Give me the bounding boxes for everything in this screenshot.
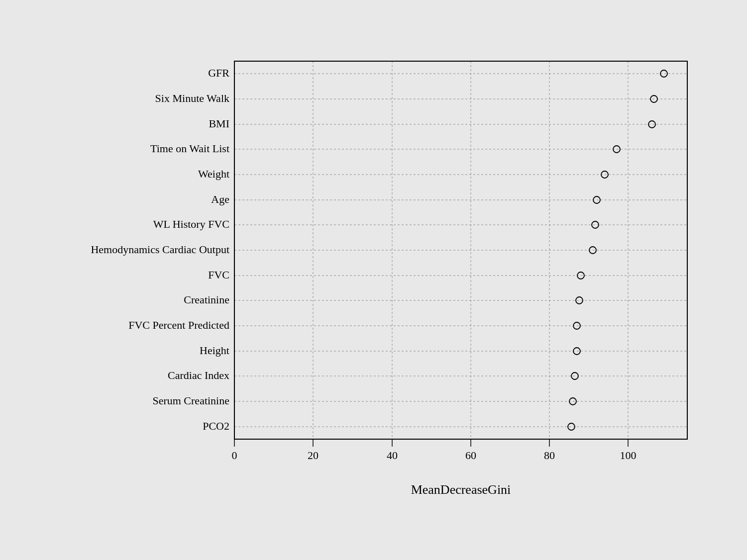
ylabel-six-minute-walk: Six Minute Walk	[155, 92, 229, 104]
ylabel-weight: Weight	[198, 168, 229, 180]
xtick-80: 80	[544, 449, 555, 462]
ylabel-hemodynamics-cardiac-output: Hemodynamics Cardiac Output	[91, 243, 229, 256]
ylabel-serum-creatinine: Serum Creatinine	[152, 394, 229, 407]
ylabel-pco2: PCO2	[203, 420, 229, 432]
ylabel-height: Height	[200, 344, 229, 357]
ylabel-creatinine: Creatinine	[184, 293, 229, 306]
x-axis-label: MeanDecreaseGini	[411, 482, 511, 497]
xtick-0: 0	[231, 449, 237, 462]
ylabel-fvc-percent-predicted: FVC Percent Predicted	[128, 319, 229, 331]
ylabel-gfr: GFR	[208, 67, 229, 79]
xtick-40: 40	[387, 449, 398, 462]
xtick-60: 60	[465, 449, 476, 462]
xtick-20: 20	[308, 449, 319, 462]
ylabel-wl-history-fvc: WL History FVC	[153, 218, 229, 230]
ylabel-bmi: BMI	[209, 117, 229, 130]
main-chart-svg: GFR Six Minute Walk BMI Time on Wait Lis…	[25, 31, 722, 529]
ylabel-cardiac-index: Cardiac Index	[168, 369, 229, 381]
ylabel-time-on-wait-list: Time on Wait List	[150, 142, 229, 155]
chart-container: GFR Six Minute Walk BMI Time on Wait Lis…	[25, 31, 722, 529]
ylabel-fvc: FVC	[208, 269, 229, 281]
xtick-100: 100	[620, 449, 636, 462]
chart-area: GFR Six Minute Walk BMI Time on Wait Lis…	[25, 31, 722, 529]
ylabel-age: Age	[211, 193, 229, 205]
